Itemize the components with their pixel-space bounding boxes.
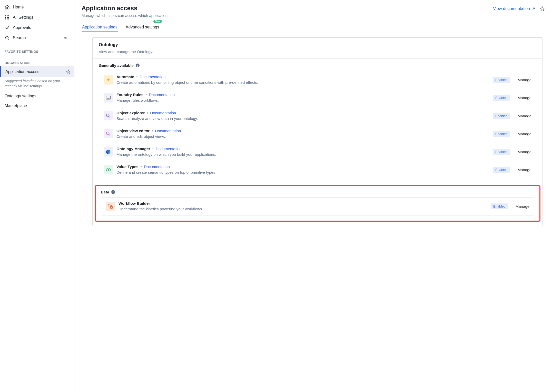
app-doc-link[interactable]: Documentation xyxy=(144,164,170,169)
status-badge: Enabled xyxy=(493,131,510,137)
nav-approvals[interactable]: Approvals xyxy=(0,23,74,33)
view-documentation-link[interactable]: View documentation xyxy=(493,6,536,11)
app-row-automate: Automate • Documentation Create automati… xyxy=(99,71,536,89)
app-row-workflow-builder: Workflow Builder Understand the kinetics… xyxy=(101,198,534,215)
tabs: Application settings Advanced settings N… xyxy=(82,22,545,32)
divider xyxy=(514,112,514,120)
svg-point-5 xyxy=(8,17,9,18)
app-row-object-explorer: Object explorer • Documentation Search, … xyxy=(99,107,536,125)
manage-button[interactable]: Manage xyxy=(518,132,531,136)
section-name: Ontology xyxy=(99,42,536,47)
status-badge: Enabled xyxy=(493,77,510,83)
tab-label: Application settings xyxy=(82,25,117,29)
sidebar: Home All Settings Approvals Search ⌘ J F… xyxy=(0,0,74,392)
divider xyxy=(514,94,514,102)
automate-icon xyxy=(104,75,113,85)
info-icon[interactable]: i xyxy=(136,64,140,67)
suggested-hint: Suggested favorites based on your recent… xyxy=(0,77,74,91)
tab-label: Advanced settings xyxy=(126,25,159,29)
svg-point-3 xyxy=(5,17,6,18)
svg-point-11 xyxy=(107,98,108,99)
app-row-foundry-rules: Foundry Rules • Documentation Manage rul… xyxy=(99,89,536,107)
divider xyxy=(514,130,514,138)
app-row-value-types: Value Types • Documentation Define and c… xyxy=(99,161,536,179)
svg-point-6 xyxy=(5,18,6,19)
svg-rect-18 xyxy=(108,204,110,206)
ga-app-list: Automate • Documentation Create automati… xyxy=(99,71,536,179)
info-icon[interactable]: i xyxy=(111,190,115,194)
check-icon xyxy=(5,25,10,30)
search-shortcut: ⌘ J xyxy=(64,36,70,40)
nav-home[interactable]: Home xyxy=(0,2,74,12)
app-row-ontology-manager: Ontology Manager • Documentation Manage … xyxy=(99,143,536,161)
app-desc: Define and create semantic types on top … xyxy=(116,170,489,175)
ga-section: Generally available i Automate • xyxy=(93,59,543,185)
sidebar-item-label: Application access xyxy=(5,66,40,77)
nav-label: Home xyxy=(13,5,70,9)
doc-link-label: View documentation xyxy=(493,6,530,11)
app-doc-link[interactable]: Documentation xyxy=(155,129,181,133)
svg-point-14 xyxy=(106,114,109,117)
svg-point-1 xyxy=(7,15,8,16)
page-header: Application access Manage which users ca… xyxy=(74,0,552,32)
divider xyxy=(0,45,74,45)
divider xyxy=(514,76,514,84)
star-icon[interactable] xyxy=(66,69,74,74)
app-doc-link[interactable]: Documentation xyxy=(149,92,175,97)
separator: • xyxy=(147,111,148,115)
app-desc: Search, analyze and view data in your on… xyxy=(116,116,489,121)
svg-point-13 xyxy=(109,98,110,99)
app-desc: Manage rules workflows. xyxy=(116,98,489,103)
nav-label: All Settings xyxy=(13,15,70,20)
sidebar-item-ontology-settings[interactable]: Ontology settings xyxy=(0,91,74,101)
nav-search[interactable]: Search ⌘ J xyxy=(0,33,74,43)
divider xyxy=(514,166,514,174)
svg-point-12 xyxy=(108,98,109,99)
status-badge: Enabled xyxy=(493,167,510,173)
app-desc: Manage the ontology on which you build y… xyxy=(116,152,489,157)
card-header: Ontology View and manage the Ontology. xyxy=(93,38,543,59)
manage-button[interactable]: Manage xyxy=(518,114,531,118)
svg-point-4 xyxy=(7,17,8,18)
app-doc-link[interactable]: Documentation xyxy=(150,111,176,115)
tab-advanced-settings[interactable]: Advanced settings New xyxy=(125,22,160,32)
app-doc-link[interactable]: Documentation xyxy=(156,147,182,151)
svg-rect-19 xyxy=(111,207,112,208)
nav-label: Approvals xyxy=(13,25,70,30)
app-desc: Create automations by combining object o… xyxy=(116,80,489,85)
app-doc-link[interactable]: Documentation xyxy=(140,75,165,79)
favorite-star-button[interactable] xyxy=(540,6,545,11)
svg-point-0 xyxy=(5,15,6,16)
ga-title: Generally available xyxy=(99,63,134,68)
svg-point-7 xyxy=(7,18,8,19)
divider xyxy=(514,148,514,156)
separator: • xyxy=(145,92,147,97)
nav-all-settings[interactable]: All Settings xyxy=(0,12,74,23)
sidebar-item-marketplace[interactable]: Marketplace xyxy=(0,101,74,111)
manage-button[interactable]: Manage xyxy=(516,204,529,209)
svg-point-8 xyxy=(8,18,9,19)
status-badge: Enabled xyxy=(493,149,510,155)
organization-header: Organization xyxy=(0,59,74,66)
manage-button[interactable]: Manage xyxy=(518,96,531,100)
home-icon xyxy=(5,5,10,10)
foundry-rules-icon xyxy=(104,93,113,102)
svg-point-2 xyxy=(8,15,9,16)
sidebar-item-application-access[interactable]: Application access xyxy=(0,66,74,77)
section-desc: View and manage the Ontology. xyxy=(99,49,536,54)
manage-button[interactable]: Manage xyxy=(518,150,531,154)
grid-icon xyxy=(5,15,10,20)
tab-application-settings[interactable]: Application settings xyxy=(82,22,118,32)
status-badge: Enabled xyxy=(493,113,510,119)
status-badge: Enabled xyxy=(491,203,508,209)
svg-point-9 xyxy=(5,36,8,39)
manage-button[interactable]: Manage xyxy=(518,78,531,82)
favorite-settings-header: Favorite Settings xyxy=(0,47,74,55)
app-desc: Create and edit object views. xyxy=(116,134,489,139)
separator: • xyxy=(152,147,154,151)
object-explorer-icon xyxy=(104,111,113,120)
ontology-manager-icon xyxy=(104,147,113,157)
app-name: Object explorer xyxy=(116,111,145,115)
manage-button[interactable]: Manage xyxy=(518,168,531,172)
new-badge: New xyxy=(153,20,162,23)
